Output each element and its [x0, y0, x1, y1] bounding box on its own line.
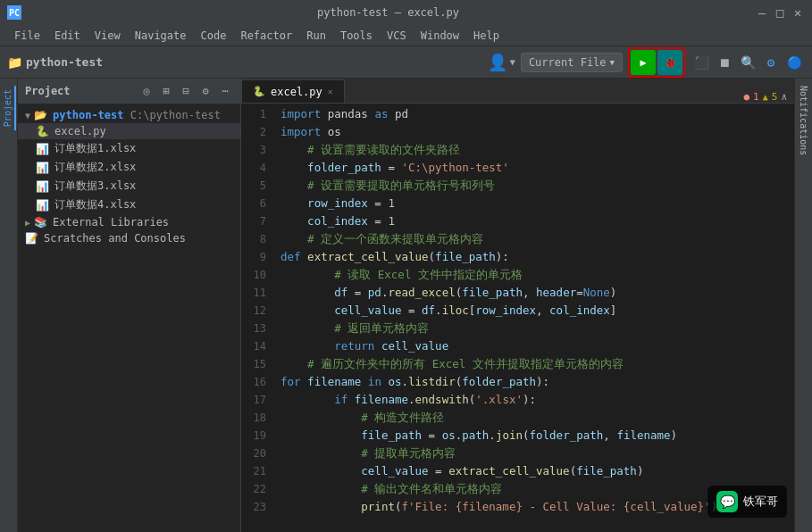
code-line: file_path = os.path.join(folder_path, fi… — [280, 427, 787, 445]
line-number: 15 — [241, 355, 266, 373]
tree-root-path: C:\python-test — [130, 109, 221, 121]
tree-expand-icon[interactable]: ⊞ — [158, 83, 174, 99]
lib-icon: 📚 — [34, 216, 47, 229]
tab-file-icon: 🐍 — [253, 86, 265, 97]
tree-collapse-icon[interactable]: ⊟ — [178, 83, 194, 99]
tree-file-name: 订单数据2.xlsx — [54, 160, 136, 175]
debug-icon: 🐞 — [664, 56, 677, 69]
line-number: 19 — [241, 427, 266, 445]
menu-item-vcs[interactable]: VCS — [380, 28, 414, 44]
line-number: 12 — [241, 302, 266, 320]
avatar-area: 👤 ▼ — [488, 53, 515, 71]
code-line: # 遍历文件夹中的所有 Excel 文件并提取指定单元格的内容 — [280, 355, 787, 373]
toolbar: 📁 python-test 👤 ▼ Current File ▼ ▶ 🐞 ⬛ ⏹… — [0, 46, 812, 79]
tree-scratches[interactable]: 📝 Scratches and Consoles — [18, 230, 240, 246]
menu-item-tools[interactable]: Tools — [333, 28, 380, 44]
project-name: 📁 python-test — [7, 55, 103, 70]
tree-file-name: 订单数据3.xlsx — [54, 179, 136, 194]
menu-item-window[interactable]: Window — [414, 28, 466, 44]
code-line: # 定义一个函数来提取单元格内容 — [280, 230, 787, 248]
notifications-tab[interactable]: Notifications — [797, 79, 810, 162]
code-line: if filename.endswith('.xlsx'): — [280, 391, 787, 409]
tab-close-button[interactable]: ✕ — [328, 87, 333, 96]
menu-item-view[interactable]: View — [88, 28, 128, 44]
run-config-dropdown[interactable]: Current File ▼ — [521, 53, 623, 72]
menu-item-refactor[interactable]: Refactor — [233, 28, 299, 44]
title-bar-controls: — □ ✕ — [755, 5, 805, 20]
tree-root[interactable]: ▼ 📂 python-test C:\python-test — [18, 107, 240, 123]
coverage-button[interactable]: ⬛ — [691, 52, 712, 73]
code-line: import pandas as pd — [280, 105, 787, 123]
code-line: # 设置需要提取的单元格行号和列号 — [280, 177, 787, 195]
code-line: # 读取 Excel 文件中指定的单元格 — [280, 266, 787, 284]
tree-more-icon[interactable]: ⋯ — [217, 83, 233, 99]
editor-area: 🐍 excel.py ✕ ● 1 ▲ 5 ∧ 12345678910111213… — [241, 79, 794, 532]
menu-item-navigate[interactable]: Navigate — [128, 28, 194, 44]
tree-toolbar: ◎ ⊞ ⊟ ⚙ ⋯ — [138, 83, 233, 99]
maximize-button[interactable]: □ — [773, 5, 787, 20]
py-file-icon: 🐍 — [36, 125, 49, 137]
line-number: 13 — [241, 320, 266, 337]
close-button[interactable]: ✕ — [791, 5, 805, 20]
line-number: 8 — [241, 230, 266, 248]
xlsx-icon: 📊 — [36, 199, 49, 212]
line-number: 17 — [241, 391, 266, 409]
line-number: 3 — [241, 141, 266, 159]
settings-button[interactable]: ⚙ — [760, 52, 782, 73]
line-number: 6 — [241, 195, 266, 212]
file-tree-content: ▼ 📂 python-test C:\python-test 🐍 excel.p… — [18, 104, 240, 532]
stop-button[interactable]: ⏹ — [714, 52, 735, 73]
line-number: 14 — [241, 337, 266, 355]
search-button[interactable]: 🔍 — [737, 52, 758, 73]
code-editor[interactable]: import pandas as pdimport os # 设置需要读取的文件… — [273, 104, 794, 532]
line-number: 7 — [241, 212, 266, 230]
tree-settings-icon[interactable]: ⚙ — [197, 83, 213, 99]
wechat-icon: 💬 — [716, 491, 738, 512]
left-side-tabs: Project — [0, 79, 18, 532]
title-bar-title: python-test – excel.py — [29, 6, 748, 19]
tree-file-name: 订单数据4.xlsx — [54, 197, 136, 212]
xlsx-icon: 📊 — [36, 143, 49, 155]
tree-file-xlsx2[interactable]: 📊 订单数据2.xlsx — [18, 158, 240, 177]
menu-item-file[interactable]: File — [7, 28, 47, 44]
sidebar-item-project[interactable]: Project — [1, 86, 16, 130]
file-tree-title: Project — [25, 85, 71, 97]
code-line: folder_path = 'C:\python-test' — [280, 159, 787, 177]
dropdown-arrow-icon: ▼ — [610, 58, 615, 67]
code-line: import os — [280, 123, 787, 141]
debug-button[interactable]: 🐞 — [657, 50, 682, 75]
watermark: 💬 铁军哥 — [707, 486, 787, 518]
tree-file-xlsx4[interactable]: 📊 订单数据4.xlsx — [18, 195, 240, 214]
menu-item-help[interactable]: Help — [466, 28, 506, 44]
code-line: col_index = 1 — [280, 212, 787, 230]
menu-item-code[interactable]: Code — [194, 28, 234, 44]
tree-root-name: python-test C:\python-test — [53, 109, 221, 121]
tree-locate-icon[interactable]: ◎ — [138, 83, 155, 99]
app-icon: PC — [7, 5, 21, 20]
code-line: for filename in os.listdir(folder_path): — [280, 373, 787, 391]
run-button[interactable]: ▶ — [631, 50, 656, 75]
tree-file-xlsx3[interactable]: 📊 订单数据3.xlsx — [18, 177, 240, 195]
scroll-up-icon[interactable]: ∧ — [781, 91, 787, 103]
tree-item-label: Scratches and Consoles — [44, 232, 186, 245]
line-number: 2 — [241, 123, 266, 141]
tree-file-xlsx1[interactable]: 📊 订单数据1.xlsx — [18, 139, 240, 158]
minimize-button[interactable]: — — [755, 5, 769, 20]
tree-file-excel[interactable]: 🐍 excel.py — [18, 123, 240, 139]
run-debug-group: ▶ 🐞 — [628, 47, 685, 78]
account-icon[interactable]: 👤 — [488, 53, 507, 71]
menu-item-run[interactable]: Run — [299, 28, 333, 44]
warning-icon: ▲ — [763, 92, 768, 102]
code-line: # 提取单元格内容 — [280, 445, 787, 462]
tab-excel-py[interactable]: 🐍 excel.py ✕ — [241, 79, 345, 103]
title-bar: PC python-test – excel.py — □ ✕ — [0, 0, 812, 25]
chevron-down-icon[interactable]: ▼ — [510, 57, 515, 67]
update-button[interactable]: 🔵 — [783, 52, 805, 73]
error-icon: ● — [743, 91, 749, 103]
error-count: 1 — [753, 91, 759, 103]
menu-item-edit[interactable]: Edit — [47, 28, 88, 44]
code-line: cell_value = extract_cell_value(file_pat… — [280, 462, 787, 480]
line-numbers: 1234567891011121314151617181920212223 — [241, 104, 273, 532]
tree-external-libs[interactable]: ▶ 📚 External Libraries — [18, 214, 240, 230]
line-number: 9 — [241, 248, 266, 266]
